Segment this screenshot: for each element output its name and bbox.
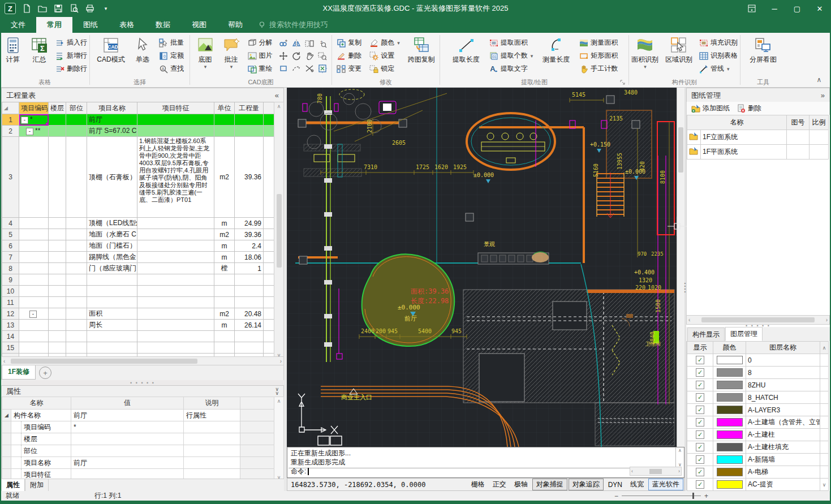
- summary-button[interactable]: Σ 汇总: [27, 35, 52, 77]
- tab-component-display[interactable]: 构件显示: [687, 328, 725, 341]
- layer-row[interactable]: ✓A-新隔墙: [687, 454, 829, 466]
- col-header-qty[interactable]: 工程量: [235, 102, 264, 114]
- annotate-button[interactable]: 批注▾: [219, 35, 243, 77]
- toggle-ortho[interactable]: 正交: [489, 479, 510, 490]
- dialog-launcher-icon[interactable]: [620, 79, 627, 86]
- mirror-icon[interactable]: [290, 37, 303, 49]
- layer-visible-checkbox[interactable]: ✓: [696, 381, 704, 389]
- layer-color-swatch[interactable]: [717, 356, 743, 364]
- layer-visible-checkbox[interactable]: ✓: [696, 480, 704, 489]
- save-icon[interactable]: [53, 3, 63, 14]
- delete-button[interactable]: 删除: [334, 50, 364, 62]
- base-map-button[interactable]: 底图▾: [193, 35, 217, 77]
- zoom-window-icon[interactable]: [316, 50, 329, 62]
- break-icon[interactable]: [303, 62, 316, 74]
- rectangle-icon[interactable]: [277, 62, 290, 74]
- sheet-row[interactable]: 1F立面系统: [687, 130, 829, 145]
- collapse-ribbon-button[interactable]: ∧: [813, 75, 825, 85]
- toggle-lineweight[interactable]: 线宽: [627, 479, 647, 490]
- add-sheet-drawing-button[interactable]: 添加图纸: [689, 103, 732, 114]
- layer-color-swatch[interactable]: [717, 393, 743, 402]
- tab-additional[interactable]: 附加: [25, 479, 49, 492]
- minimize-button[interactable]: ─: [763, 0, 786, 17]
- expand-panel-icon[interactable]: »: [821, 91, 825, 100]
- corner-header[interactable]: ◢: [2, 102, 19, 114]
- table-row[interactable]: 2 -** 前厅 S=67.02 C: [2, 126, 275, 137]
- cad-vscrollbar[interactable]: [677, 88, 685, 447]
- col-header-feature[interactable]: 项目特征: [137, 102, 214, 114]
- layer-color-swatch[interactable]: [717, 430, 743, 439]
- color-button[interactable]: 颜色▾: [367, 37, 402, 49]
- layer-visible-checkbox[interactable]: ✓: [696, 368, 704, 377]
- cad-mode-button[interactable]: CAD CAD模式: [93, 35, 128, 77]
- prop-row[interactable]: 部位: [2, 445, 275, 457]
- manual-count-button[interactable]: 手工计数: [577, 63, 620, 75]
- cross-drawing-copy-button[interactable]: 跨图复制: [406, 35, 437, 77]
- toggle-dyn[interactable]: DYN: [605, 480, 626, 489]
- prop-row[interactable]: 项目名称前厅: [2, 457, 275, 469]
- table-row[interactable]: 7踢脚线（黑色金m18.06: [2, 252, 275, 263]
- layer-visible-checkbox[interactable]: ✓: [696, 356, 704, 364]
- zoom-scale-icon[interactable]: ±: [316, 37, 329, 49]
- copy-button[interactable]: 复制: [334, 37, 364, 49]
- layer-row[interactable]: ✓8: [687, 367, 829, 379]
- zoom-extents-icon[interactable]: [316, 62, 329, 74]
- layer-color-swatch[interactable]: [717, 406, 743, 414]
- toggle-brand[interactable]: 蓝光软件: [648, 479, 683, 490]
- sheet-row[interactable]: 1F平面系统: [687, 145, 829, 160]
- extract-length-button[interactable]: 提取长度: [449, 35, 484, 77]
- sheet-tab-1f[interactable]: 1F装修: [2, 365, 36, 380]
- menu-tab-drawing[interactable]: 图纸: [72, 17, 109, 33]
- print-preview-icon[interactable]: [69, 3, 79, 14]
- quota-button[interactable]: 0定额: [157, 50, 186, 62]
- code-cell[interactable]: -*: [19, 114, 49, 126]
- area-recognize-button[interactable]: 面积识别▾: [629, 35, 661, 77]
- collapse-icon[interactable]: -: [29, 311, 37, 318]
- layer-visible-checkbox[interactable]: ✓: [696, 468, 704, 476]
- extract-area-button[interactable]: 提取面积: [487, 37, 536, 49]
- fill-recognize-button[interactable]: 填充识别: [697, 37, 740, 49]
- table-recognize-button[interactable]: 识别表格: [697, 50, 740, 62]
- group-icon[interactable]: [277, 37, 290, 49]
- toggle-otrack[interactable]: 对象追踪: [569, 479, 604, 490]
- viewport-icon[interactable]: [303, 37, 316, 49]
- change-button[interactable]: 变更: [334, 63, 364, 75]
- menu-tab-help[interactable]: 帮助: [217, 17, 253, 33]
- search-tips[interactable]: 搜索软件使用技巧: [258, 17, 328, 33]
- menu-tab-home[interactable]: 常用: [36, 17, 72, 33]
- print-icon[interactable]: [85, 3, 95, 14]
- add-row-button[interactable]: 新增行: [53, 50, 89, 62]
- table-row[interactable]: 10: [2, 286, 275, 297]
- new-file-icon[interactable]: [21, 3, 32, 14]
- table-row[interactable]: 15: [2, 342, 275, 354]
- redraw-button[interactable]: 重绘: [246, 63, 275, 75]
- rotate-icon[interactable]: [290, 50, 303, 62]
- prop-row[interactable]: 楼层: [2, 433, 275, 445]
- layer-color-swatch[interactable]: [717, 381, 743, 389]
- collapse-icon[interactable]: -: [21, 117, 28, 124]
- quantity-vscrollbar[interactable]: ∧∨: [274, 102, 284, 360]
- find-button[interactable]: A查找: [157, 63, 186, 75]
- table-row[interactable]: 3 顶棚（石膏板） 1.钢筋混凝土楼板2.60系列上人轻钢龙骨骨架,主龙骨中距9…: [2, 137, 275, 218]
- menu-tab-data[interactable]: 数据: [145, 17, 181, 33]
- qat-customize-icon[interactable]: ▾: [101, 3, 111, 14]
- ribbon-display-options-button[interactable]: [740, 0, 763, 17]
- prop-row[interactable]: 项目编码*: [2, 421, 275, 433]
- calc-button[interactable]: 计算: [0, 35, 25, 77]
- lock-button[interactable]: 锁定: [367, 63, 402, 75]
- table-row[interactable]: 4顶棚（LED线型灯m24.99: [2, 218, 275, 229]
- maximize-button[interactable]: ▢: [786, 0, 808, 17]
- batch-select-button[interactable]: 批量: [157, 37, 186, 49]
- layer-row[interactable]: ✓A-LAYER3: [687, 404, 829, 416]
- image-button[interactable]: 图片: [246, 50, 275, 62]
- cad-canvas[interactable]: 面积:39.36 长度:22.98 ±0.000 前厅 商业主入口 卫生间 景观…: [287, 88, 677, 447]
- measure-area-button[interactable]: 测量面积: [577, 37, 620, 49]
- arc-icon[interactable]: [290, 62, 303, 74]
- prop-row[interactable]: ◢构件名称前厅行属性: [2, 410, 275, 421]
- properties-vscrollbar[interactable]: ∧∨: [274, 397, 284, 482]
- layer-visible-checkbox[interactable]: ✓: [696, 430, 704, 439]
- zoom-slider-thumb[interactable]: [692, 493, 694, 499]
- move-icon[interactable]: [277, 50, 290, 62]
- menu-tab-file[interactable]: 文件: [0, 17, 36, 33]
- delete-row-button[interactable]: 删除行: [53, 63, 89, 75]
